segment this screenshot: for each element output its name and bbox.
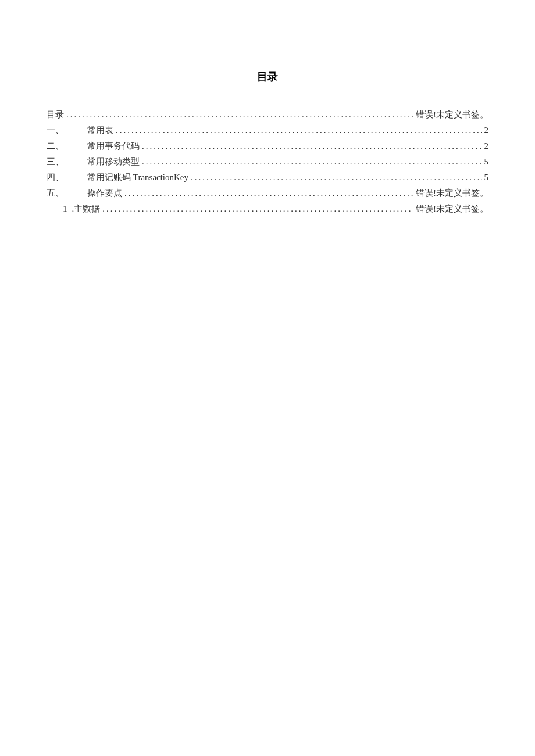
toc-number: 五、 — [47, 185, 87, 201]
toc-label: 常用表 — [87, 123, 116, 138]
toc-number: 1 — [63, 201, 72, 217]
toc-leader-dots: ........................................… — [66, 107, 413, 123]
toc-page: 5 — [482, 170, 489, 185]
toc-leader-dots: ........................................… — [142, 154, 482, 170]
toc-page: 错误!未定义书签。 — [413, 107, 488, 123]
toc-entry: 1.主数据...................................… — [47, 201, 488, 217]
toc-leader-dots: ........................................… — [116, 123, 482, 138]
toc-number: 四、 — [47, 170, 87, 185]
toc-page: 错误!未定义书签。 — [413, 185, 488, 201]
toc-entry: 目录......................................… — [47, 107, 488, 123]
toc-entry: 四、常用记账码 TransactionKey..................… — [47, 170, 488, 185]
toc-leader-dots: ........................................… — [142, 138, 482, 154]
toc-page: 5 — [482, 154, 489, 170]
toc-number: 一、 — [47, 123, 87, 138]
toc-number: 二、 — [47, 138, 87, 154]
toc-leader-dots: ........................................… — [102, 201, 413, 217]
toc-leader-dots: ........................................… — [191, 170, 482, 185]
toc-label: 操作要点 — [87, 185, 124, 201]
toc-leader-dots: ........................................… — [124, 185, 413, 201]
toc-page: 2 — [482, 123, 489, 138]
toc-label: 常用移动类型 — [87, 154, 142, 170]
toc-number: 三、 — [47, 154, 87, 170]
toc-page: 错误!未定义书签。 — [413, 201, 488, 217]
toc-label: 常用记账码 TransactionKey — [87, 170, 191, 185]
page-title: 目录 — [47, 70, 488, 84]
toc-label: 常用事务代码 — [87, 138, 142, 154]
toc-entry: 三、常用移动类型................................… — [47, 154, 488, 170]
toc-entry: 二、常用事务代码................................… — [47, 138, 488, 154]
toc-entry: 一、常用表...................................… — [47, 123, 488, 138]
toc-label: .主数据 — [72, 201, 103, 217]
toc-container: 目录......................................… — [47, 107, 488, 217]
toc-entry: 五、操作要点..................................… — [47, 185, 488, 201]
toc-label: 目录 — [47, 107, 66, 123]
toc-page: 2 — [482, 138, 489, 154]
